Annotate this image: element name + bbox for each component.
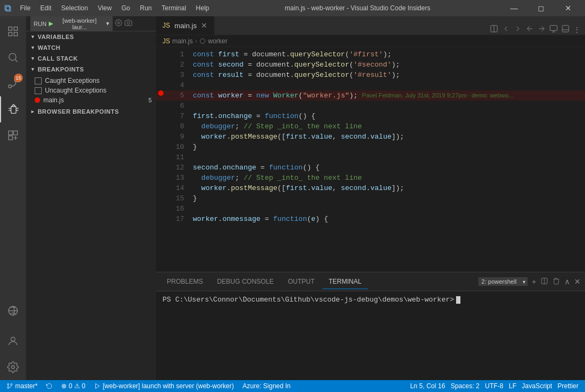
svg-line-5 <box>15 60 17 62</box>
variables-header[interactable]: ▼ VARIABLES <box>26 31 156 42</box>
debug-session-item[interactable]: [web-worker] launch with server (web-wor… <box>92 382 236 390</box>
line-content-12: second.onchange = function() { <box>193 162 585 173</box>
navigate-back-icon[interactable] <box>525 24 534 35</box>
menu-go[interactable]: Go <box>117 3 134 13</box>
menu-file[interactable]: File <box>16 3 35 13</box>
terminal-prompt: PS C:\Users\Connor\Documents\Github\vsco… <box>162 296 578 304</box>
menu-run[interactable]: Run <box>135 3 156 13</box>
minimize-button[interactable]: — <box>502 0 526 16</box>
code-editor[interactable]: 1 const first = document.querySelector('… <box>156 47 585 272</box>
activity-bar: 15 <box>0 16 26 380</box>
new-terminal-icon[interactable]: + <box>532 277 536 286</box>
activity-debug-icon[interactable] <box>0 96 26 122</box>
variables-chevron: ▼ <box>30 34 35 40</box>
go-back-icon[interactable] <box>502 24 510 35</box>
line-number-6: 6 <box>166 101 193 111</box>
code-line-8: 8 debugger; // Step _into_ the next line <box>156 121 585 132</box>
editor-area: JS main.js ✕ <box>156 16 585 380</box>
code-line-5: 5 const worker = new Worker("worker.js")… <box>156 90 585 101</box>
run-button[interactable]: RUN ▶ [web-worker] laur... ▾ <box>30 16 113 31</box>
formatter-label: Prettier <box>557 382 578 390</box>
terminal-selector[interactable]: 1: bash 2: powershell <box>478 277 528 286</box>
menu-terminal[interactable]: Terminal <box>157 3 190 13</box>
git-branch-item[interactable]: master* <box>4 382 40 390</box>
encoding-item[interactable]: UTF-8 <box>483 382 505 390</box>
language-item[interactable]: JavaScript <box>519 382 554 390</box>
breadcrumb-filename[interactable]: main.js <box>172 37 193 45</box>
more-actions-icon[interactable]: ⋮ <box>573 25 581 34</box>
line-number-2: 2 <box>166 60 193 70</box>
tab-bar: JS main.js ✕ <box>156 16 585 35</box>
session-label: [web-worker] laur... <box>55 17 104 30</box>
close-button[interactable]: ✕ <box>556 0 581 16</box>
activity-search-icon[interactable] <box>0 44 26 70</box>
browser-breakpoints-label: BROWSER BREAKPOINTS <box>37 108 119 115</box>
mainjs-breakpoint-label: main.js <box>43 96 64 104</box>
azure-label: Azure: Signed In <box>243 382 291 390</box>
toggle-panel-icon[interactable] <box>561 24 570 35</box>
menu-help[interactable]: Help <box>192 3 214 13</box>
activity-settings-icon[interactable] <box>0 354 26 380</box>
breakpoints-header[interactable]: ▼ BREAKPOINTS <box>26 64 156 75</box>
output-tab[interactable]: OUTPUT <box>281 275 321 289</box>
azure-item[interactable]: Azure: Signed In <box>240 382 293 390</box>
tab-close-button[interactable]: ✕ <box>201 21 207 30</box>
open-editors-icon[interactable] <box>549 24 558 35</box>
browser-breakpoints-header[interactable]: ► BROWSER BREAKPOINTS <box>26 106 156 117</box>
breadcrumb-js-icon: JS <box>162 37 170 45</box>
uncaught-exceptions-checkbox[interactable] <box>35 87 42 94</box>
sync-icon-item[interactable] <box>44 383 55 389</box>
activity-extensions-icon[interactable] <box>0 122 26 148</box>
watch-header[interactable]: ▼ WATCH <box>26 42 156 53</box>
position-item[interactable]: Ln 5, Col 16 <box>408 382 447 390</box>
warnings-item[interactable]: ⊗ 0 ⚠ 0 <box>59 382 87 390</box>
svg-point-19 <box>118 22 120 24</box>
call-stack-header[interactable]: ▼ CALL STACK <box>26 53 156 64</box>
activity-remote-icon[interactable] <box>0 298 26 324</box>
spaces-item[interactable]: Spaces: 2 <box>448 382 482 390</box>
main-layout: 15 <box>0 16 585 380</box>
caught-exceptions-checkbox[interactable] <box>35 77 42 84</box>
main-js-tab[interactable]: JS main.js ✕ <box>156 16 214 35</box>
terminal-tab[interactable]: TERMINAL <box>322 275 368 289</box>
line-number-4: 4 <box>166 80 193 90</box>
titlebar-menu: File Edit Selection View Go Run Terminal… <box>16 3 213 13</box>
activity-explorer-icon[interactable] <box>0 18 26 44</box>
breakpoints-chevron: ▼ <box>30 67 35 72</box>
settings-icon[interactable] <box>115 19 122 28</box>
maximize-button[interactable]: ◻ <box>529 0 554 16</box>
close-panel-icon[interactable]: ✕ <box>574 277 581 286</box>
split-terminal-icon[interactable] <box>541 277 548 286</box>
go-forward-icon[interactable] <box>514 24 522 35</box>
svg-point-4 <box>9 54 16 61</box>
breadcrumb-symbol[interactable]: worker <box>208 37 227 45</box>
activity-accounts-icon[interactable] <box>0 328 26 354</box>
menu-selection[interactable]: Selection <box>57 3 92 13</box>
split-editor-icon[interactable] <box>490 24 498 35</box>
terminal-content[interactable]: PS C:\Users\Connor\Documents\Github\vsco… <box>156 291 585 380</box>
menu-edit[interactable]: Edit <box>36 3 56 13</box>
problems-tab[interactable]: PROBLEMS <box>160 275 210 289</box>
eol-item[interactable]: LF <box>506 382 518 390</box>
activity-source-control-icon[interactable]: 15 <box>0 70 26 96</box>
maximize-panel-icon[interactable]: ∧ <box>564 277 570 286</box>
tab-js-icon: JS <box>162 22 170 29</box>
terminal-selector-wrap: 1: bash 2: powershell <box>478 277 528 286</box>
uncaught-exceptions-item[interactable]: Uncaught Exceptions <box>26 86 156 95</box>
svg-rect-14 <box>14 131 17 135</box>
caught-exceptions-item[interactable]: Caught Exceptions <box>26 76 156 86</box>
mainjs-breakpoint-item[interactable]: main.js 5 <box>26 95 156 105</box>
debug-console-tab[interactable]: DEBUG CONSOLE <box>211 275 281 289</box>
navigate-forward-icon[interactable] <box>537 24 546 35</box>
line-content-14: worker.postMessage([first.value, second.… <box>193 183 585 193</box>
delete-terminal-icon[interactable] <box>552 277 560 286</box>
line-number-12: 12 <box>166 162 193 173</box>
titlebar-left: ⧉ File Edit Selection View Go Run Termin… <box>4 3 213 14</box>
line-number-7: 7 <box>166 111 193 121</box>
spaces-label: Spaces: 2 <box>451 382 479 390</box>
svg-rect-26 <box>562 25 569 32</box>
menu-view[interactable]: View <box>93 3 116 13</box>
dropdown-icon: ▾ <box>106 20 109 27</box>
camera-icon[interactable] <box>125 19 132 28</box>
formatter-item[interactable]: Prettier <box>555 382 581 390</box>
